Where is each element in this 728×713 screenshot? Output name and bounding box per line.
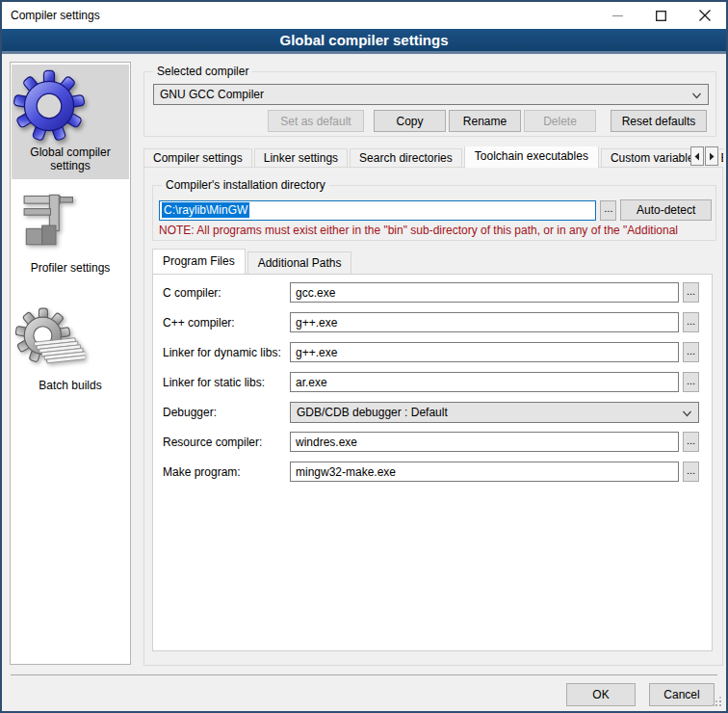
selected-compiler-legend: Selected compiler [153,65,252,78]
tab-label: Build options [721,151,723,165]
sidebar-item-global-compiler-settings[interactable]: Global compiler settings [12,65,129,179]
maximize-button[interactable] [639,2,683,29]
close-button[interactable] [683,2,726,29]
page-title: Global compiler settings [279,32,448,48]
debugger-row: Debugger: GDB/CDB debugger : Default [153,402,712,423]
dynamic-linker-input[interactable] [290,342,679,362]
tab-label: Custom variables [611,151,700,165]
installation-directory-value: C:\raylib\MinGW [162,202,249,218]
tab-compiler-settings[interactable]: Compiler settings [143,148,252,168]
auto-detect-button[interactable]: Auto-detect [620,199,712,221]
auto-detect-label: Auto-detect [637,203,695,217]
ellipsis-icon: ... [687,345,695,356]
c-compiler-label: C compiler: [163,286,221,300]
sidebar-item-label: Global compiler settings [12,144,129,172]
subtab-label: Program Files [163,254,235,268]
debugger-select[interactable]: GDB/CDB debugger : Default [290,402,699,423]
gray-gear-stack-icon [12,307,129,377]
toolchain-executables-page: Compiler's installation directory C:\ray… [143,167,723,666]
delete-label: Delete [543,115,577,128]
tab-label: Compiler settings [153,151,243,165]
tab-scroll-arrows [690,146,719,167]
resource-compiler-browse-button[interactable]: ... [683,432,699,452]
reset-defaults-button[interactable]: Reset defaults [611,110,707,132]
blue-gear-icon [12,68,129,144]
static-linker-browse-button[interactable]: ... [683,372,699,392]
resize-grip[interactable] [719,704,721,706]
set-as-default-button[interactable]: Set as default [268,110,364,132]
tab-search-directories[interactable]: Search directories [350,148,462,168]
sidebar-item-label: Profiler settings [12,259,129,275]
make-program-row: Make program: ... [153,462,712,483]
tab-scroll-left-button[interactable] [690,146,704,166]
make-program-input[interactable] [290,462,679,482]
sub-tabstrip: Program Files Additional Paths [152,249,353,274]
c-compiler-row: C compiler: ... [153,282,712,304]
window-controls [596,2,726,29]
close-icon [699,10,711,21]
cancel-label: Cancel [663,688,699,701]
dynamic-linker-label: Linker for dynamic libs: [163,346,281,359]
reset-defaults-label: Reset defaults [622,115,696,128]
c-compiler-browse-button[interactable]: ... [683,282,699,303]
sidebar-item-profiler-settings[interactable]: Profiler settings [12,186,129,288]
subtab-label: Additional Paths [258,256,342,270]
copy-button[interactable]: Copy [374,110,446,132]
installation-directory-input[interactable]: C:\raylib\MinGW [159,200,596,221]
sidebar: Global compiler settings Profiler settin… [10,62,131,665]
tab-label: Search directories [359,151,453,165]
ok-button[interactable]: OK [566,683,636,706]
debugger-label: Debugger: [163,406,217,419]
tab-label: Linker settings [264,151,338,165]
make-program-browse-button[interactable]: ... [683,462,699,482]
installation-directory-legend: Compiler's installation directory [162,178,329,192]
subtab-program-files[interactable]: Program Files [152,249,246,274]
main-tabstrip: Compiler settings Linker settings Search… [143,146,723,168]
arrow-right-icon [708,152,715,161]
chevron-down-icon [692,92,700,100]
delete-button[interactable]: Delete [524,110,596,132]
cpp-compiler-browse-button[interactable]: ... [683,312,699,332]
selected-compiler-group: Selected compiler GNU GCC Compiler Set a… [143,71,716,137]
ellipsis-icon: ... [687,285,695,297]
subtab-additional-paths[interactable]: Additional Paths [247,251,352,274]
dynamic-linker-browse-button[interactable]: ... [683,342,699,362]
cpp-compiler-input[interactable] [290,312,679,332]
resource-compiler-input[interactable] [290,432,679,452]
ellipsis-icon: ... [687,435,695,446]
installation-directory-row: C:\raylib\MinGW ... Auto-detect [159,199,712,221]
sidebar-item-label: Batch builds [12,377,129,392]
c-compiler-input[interactable] [290,282,679,303]
note-text: NOTE: All programs must exist either in … [159,224,678,237]
maximize-icon [656,11,666,21]
titlebar: Compiler settings [2,2,726,29]
make-program-label: Make program: [163,465,241,479]
copy-label: Copy [396,115,423,128]
chevron-down-icon [683,410,690,418]
debugger-select-value: GDB/CDB debugger : Default [297,406,448,419]
rename-button[interactable]: Rename [449,110,521,132]
compiler-select[interactable]: GNU GCC Compiler [153,84,709,105]
set-as-default-label: Set as default [280,115,351,128]
compiler-select-value: GNU GCC Compiler [160,88,264,101]
installation-directory-group: Compiler's installation directory C:\ray… [152,185,716,241]
cpp-compiler-row: C++ compiler: ... [153,312,712,333]
tab-scroll-right-button[interactable] [705,146,718,166]
ellipsis-icon: ... [687,375,695,386]
sidebar-item-batch-builds[interactable]: Batch builds [12,304,129,406]
static-linker-input[interactable] [290,372,679,392]
minimize-button[interactable] [596,2,639,29]
ellipsis-icon: ... [687,315,695,327]
compiler-buttons-row: Set as default Copy Rename Delete Reset … [153,110,707,132]
cpp-compiler-label: C++ compiler: [163,316,235,330]
tab-label: Toolchain executables [475,149,588,163]
resource-compiler-row: Resource compiler: ... [153,432,712,453]
tab-linker-settings[interactable]: Linker settings [254,148,348,168]
footer-separator [11,674,717,675]
cancel-button[interactable]: Cancel [649,683,715,706]
dynamic-linker-row: Linker for dynamic libs: ... [153,342,712,363]
tab-toolchain-executables[interactable]: Toolchain executables [464,146,599,168]
resource-compiler-label: Resource compiler: [163,436,262,449]
installation-directory-browse-button[interactable]: ... [600,200,616,221]
dialog-header: Global compiler settings [2,29,726,54]
